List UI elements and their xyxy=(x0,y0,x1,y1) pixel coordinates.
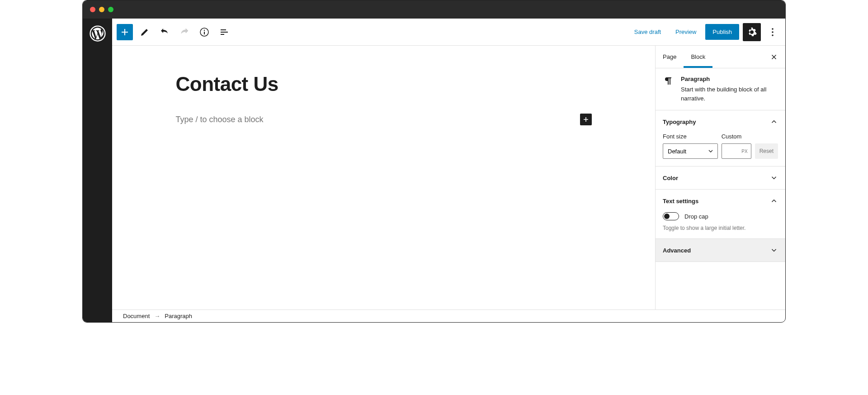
advanced-panel: Advanced xyxy=(656,239,785,262)
breadcrumb: Document → Paragraph xyxy=(112,309,785,322)
svg-point-6 xyxy=(772,34,774,36)
chevron-up-icon xyxy=(770,197,778,205)
svg-point-4 xyxy=(772,28,774,30)
svg-point-2 xyxy=(204,29,205,30)
svg-point-5 xyxy=(772,31,774,33)
font-size-label: Font size xyxy=(663,133,718,140)
chevron-up-icon xyxy=(770,118,778,126)
font-size-select[interactable]: Default xyxy=(663,143,718,159)
breadcrumb-current[interactable]: Paragraph xyxy=(165,313,192,319)
chevron-down-icon xyxy=(770,174,778,182)
page-title[interactable]: Contact Us xyxy=(176,73,592,95)
outline-button[interactable] xyxy=(216,24,232,40)
undo-button[interactable] xyxy=(156,24,173,40)
typography-panel-toggle[interactable]: Typography xyxy=(656,110,785,133)
details-button[interactable] xyxy=(196,24,212,40)
custom-size-label: Custom xyxy=(722,133,751,140)
settings-sidebar: Page Block Paragraph Start with the buil… xyxy=(655,46,785,309)
save-draft-button[interactable]: Save draft xyxy=(629,25,666,39)
close-icon xyxy=(770,53,778,61)
admin-sidebar xyxy=(83,19,112,322)
block-type-description: Start with the building block of all nar… xyxy=(681,85,778,103)
redo-button[interactable] xyxy=(176,24,193,40)
close-sidebar-button[interactable] xyxy=(763,46,785,68)
window-minimize-icon[interactable] xyxy=(99,7,104,12)
chevron-down-icon xyxy=(770,246,778,254)
paragraph-icon xyxy=(663,76,674,86)
more-options-button[interactable] xyxy=(764,24,781,40)
color-panel-toggle[interactable]: Color xyxy=(656,167,785,189)
color-panel: Color xyxy=(656,167,785,190)
block-type-title: Paragraph xyxy=(681,76,778,82)
tab-page[interactable]: Page xyxy=(656,46,684,68)
window-zoom-icon[interactable] xyxy=(108,7,113,12)
publish-button[interactable]: Publish xyxy=(705,24,739,40)
inline-add-block-button[interactable] xyxy=(580,114,592,125)
custom-font-size-input[interactable] xyxy=(722,143,751,159)
breadcrumb-separator-icon: → xyxy=(154,313,160,319)
window-close-icon[interactable] xyxy=(90,7,95,12)
svg-rect-3 xyxy=(204,32,205,34)
editor-canvas[interactable]: Contact Us Type / to choose a block xyxy=(112,46,655,309)
wordpress-logo-icon[interactable] xyxy=(90,25,106,43)
drop-cap-label: Drop cap xyxy=(684,213,708,220)
text-settings-panel-toggle[interactable]: Text settings xyxy=(656,190,785,212)
drop-cap-toggle[interactable] xyxy=(663,212,679,220)
text-settings-panel: Text settings Drop cap Toggle to show a … xyxy=(656,190,785,239)
drop-cap-help: Toggle to show a large initial letter. xyxy=(663,225,778,231)
block-info-panel: Paragraph Start with the building block … xyxy=(656,68,785,110)
breadcrumb-root[interactable]: Document xyxy=(123,313,150,319)
settings-button[interactable] xyxy=(743,23,761,41)
tab-block[interactable]: Block xyxy=(684,46,712,68)
typography-panel: Typography Font size Default xyxy=(656,110,785,167)
editor-toolbar: Save draft Preview Publish xyxy=(112,19,785,46)
advanced-panel-toggle[interactable]: Advanced xyxy=(656,239,785,262)
window-titlebar xyxy=(83,0,785,19)
block-placeholder[interactable]: Type / to choose a block xyxy=(176,115,264,124)
preview-button[interactable]: Preview xyxy=(670,25,702,39)
reset-font-size-button[interactable]: Reset xyxy=(755,143,778,159)
add-block-button[interactable] xyxy=(117,24,133,40)
edit-tool-button[interactable] xyxy=(137,24,153,40)
